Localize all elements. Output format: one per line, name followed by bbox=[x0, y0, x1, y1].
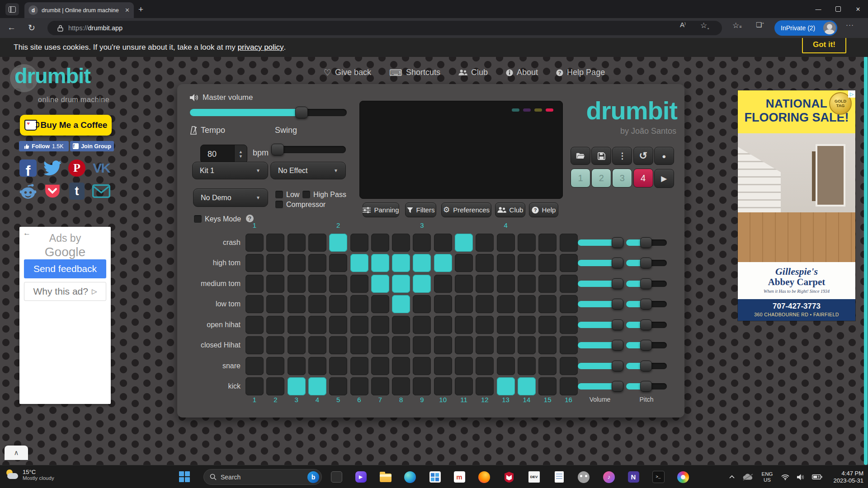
nav-item-give-back[interactable]: ♡Give back bbox=[324, 68, 371, 77]
step-snare-2[interactable] bbox=[266, 357, 284, 375]
taskbar-app-malwarebytes-icon[interactable]: m bbox=[453, 471, 466, 483]
step-open-hihat-15[interactable] bbox=[538, 316, 557, 334]
why-this-ad-button[interactable]: Why this ad? ▷ bbox=[24, 282, 106, 301]
pitch-slider-medium-tom[interactable] bbox=[626, 281, 667, 287]
step-high-tom-13[interactable] bbox=[497, 254, 515, 272]
taskbar-clock[interactable]: 4:47 PM 2023-05-31 bbox=[826, 470, 863, 484]
step-high-tom-4[interactable] bbox=[308, 254, 326, 272]
refresh-button[interactable]: ↻ bbox=[28, 23, 35, 33]
tumblr-icon[interactable]: t bbox=[68, 182, 86, 200]
pitch-slider-crash[interactable] bbox=[626, 239, 667, 246]
pitch-slider-snare[interactable] bbox=[626, 363, 667, 369]
slider-thumb[interactable] bbox=[640, 299, 652, 310]
step-closed-Hihat-14[interactable] bbox=[518, 336, 536, 354]
pattern-1-button[interactable]: 1 bbox=[571, 169, 590, 188]
step-open-hihat-13[interactable] bbox=[497, 316, 515, 334]
twitter-icon[interactable] bbox=[43, 159, 61, 177]
step-open-hihat-5[interactable] bbox=[329, 316, 347, 334]
step-snare-12[interactable] bbox=[476, 357, 494, 375]
step-crash-11[interactable] bbox=[455, 234, 473, 252]
step-open-hihat-4[interactable] bbox=[308, 316, 326, 334]
step-medium-tom-14[interactable] bbox=[518, 275, 536, 293]
step-crash-13[interactable] bbox=[497, 234, 515, 252]
back-button[interactable]: ← bbox=[7, 23, 16, 33]
tempo-value[interactable]: 80 bbox=[201, 145, 234, 163]
nav-item-shortcuts[interactable]: ⌨Shortcuts bbox=[389, 68, 440, 77]
step-snare-15[interactable] bbox=[538, 357, 557, 375]
step-high-tom-11[interactable] bbox=[455, 254, 473, 272]
slider-thumb[interactable] bbox=[612, 258, 623, 268]
nav-item-club[interactable]: Club bbox=[458, 68, 488, 77]
step-medium-tom-6[interactable] bbox=[350, 275, 368, 293]
step-medium-tom-12[interactable] bbox=[476, 275, 494, 293]
scroll-top-button[interactable]: ∧ bbox=[5, 446, 28, 460]
step-kick-4[interactable] bbox=[308, 377, 326, 395]
step-snare-6[interactable] bbox=[350, 357, 368, 375]
adchoices-icon[interactable]: ▷ bbox=[848, 90, 855, 98]
step-crash-14[interactable] bbox=[518, 234, 536, 252]
kit-select[interactable]: Kit 1▼ bbox=[192, 162, 268, 179]
volume-slider-crash[interactable] bbox=[578, 239, 623, 246]
tempo-stepper[interactable]: 80 ▲▼ bbox=[200, 145, 247, 164]
step-high-tom-15[interactable] bbox=[538, 254, 557, 272]
step-closed-Hihat-11[interactable] bbox=[455, 336, 473, 354]
step-high-tom-1[interactable] bbox=[245, 254, 264, 272]
step-low-tom-1[interactable] bbox=[245, 295, 264, 313]
step-open-hihat-3[interactable] bbox=[288, 316, 306, 334]
step-kick-5[interactable] bbox=[329, 377, 347, 395]
onedrive-icon[interactable] bbox=[739, 474, 757, 481]
taskbar-app-file-explorer-icon[interactable] bbox=[380, 471, 392, 483]
step-medium-tom-10[interactable] bbox=[434, 275, 452, 293]
slider-thumb[interactable] bbox=[640, 258, 652, 268]
keys-mode-checkbox[interactable] bbox=[193, 215, 202, 223]
step-closed-Hihat-10[interactable] bbox=[434, 336, 452, 354]
step-kick-10[interactable] bbox=[434, 377, 452, 395]
step-high-tom-2[interactable] bbox=[266, 254, 284, 272]
window-close-button[interactable]: ✕ bbox=[848, 0, 868, 18]
step-low-tom-16[interactable] bbox=[560, 295, 578, 313]
step-crash-15[interactable] bbox=[538, 234, 557, 252]
step-medium-tom-7[interactable] bbox=[371, 275, 389, 293]
step-medium-tom-2[interactable] bbox=[266, 275, 284, 293]
step-kick-1[interactable] bbox=[245, 377, 264, 395]
slider-thumb[interactable] bbox=[612, 299, 623, 310]
browser-tab[interactable]: d drumbit | Online drum machine ✕ bbox=[24, 2, 134, 18]
display-ad[interactable]: NATIONAL FLOORING SALE! GOLDTAG Gillespi… bbox=[738, 90, 855, 321]
step-kick-2[interactable] bbox=[266, 377, 284, 395]
step-snare-4[interactable] bbox=[308, 357, 326, 375]
slider-thumb[interactable] bbox=[640, 278, 652, 289]
step-low-tom-12[interactable] bbox=[476, 295, 494, 313]
step-kick-11[interactable] bbox=[455, 377, 473, 395]
volume-slider-kick[interactable] bbox=[578, 383, 623, 389]
slider-thumb[interactable] bbox=[271, 144, 284, 155]
tempo-stepper-arrows[interactable]: ▲▼ bbox=[234, 145, 247, 163]
step-open-hihat-1[interactable] bbox=[245, 316, 264, 334]
taskbar-app-mcafee-icon[interactable] bbox=[503, 471, 515, 483]
pitch-slider-open-hihat[interactable] bbox=[626, 322, 667, 328]
email-icon[interactable] bbox=[92, 182, 110, 200]
step-crash-6[interactable] bbox=[350, 234, 368, 252]
step-low-tom-14[interactable] bbox=[518, 295, 536, 313]
slider-thumb[interactable] bbox=[640, 237, 652, 248]
step-snare-5[interactable] bbox=[329, 357, 347, 375]
taskbar-app-terminal-icon[interactable]: >_ bbox=[652, 471, 665, 483]
step-open-hihat-10[interactable] bbox=[434, 316, 452, 334]
step-snare-10[interactable] bbox=[434, 357, 452, 375]
page-scrollbar[interactable] bbox=[864, 56, 868, 465]
step-closed-Hihat-5[interactable] bbox=[329, 336, 347, 354]
step-snare-14[interactable] bbox=[518, 357, 536, 375]
reddit-icon[interactable] bbox=[19, 182, 37, 200]
read-aloud-icon[interactable]: A) bbox=[680, 21, 686, 28]
help-button[interactable]: ?Help bbox=[529, 202, 558, 217]
tray-chevron-up-icon[interactable] bbox=[725, 475, 739, 479]
step-high-tom-10[interactable] bbox=[434, 254, 452, 272]
step-kick-9[interactable] bbox=[413, 377, 431, 395]
step-closed-Hihat-4[interactable] bbox=[308, 336, 326, 354]
battery-icon[interactable] bbox=[808, 474, 826, 480]
pattern-4-button[interactable]: 4 bbox=[633, 169, 653, 188]
slider-thumb[interactable] bbox=[612, 340, 623, 351]
step-snare-8[interactable] bbox=[392, 357, 410, 375]
taskbar-app-edge-icon[interactable] bbox=[404, 471, 416, 483]
step-snare-13[interactable] bbox=[497, 357, 515, 375]
step-kick-3[interactable] bbox=[288, 377, 306, 395]
